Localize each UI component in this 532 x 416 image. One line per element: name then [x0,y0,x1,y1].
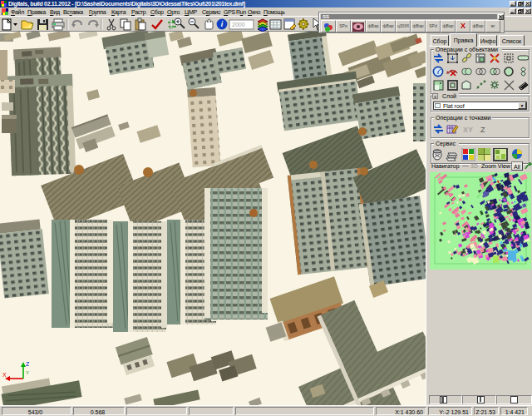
svg-text:Z: Z [26,361,30,367]
svg-text:X: X [2,372,7,378]
svg-text:XY: XY [463,126,473,134]
svg-text:2000: 2000 [232,22,245,27]
svg-text:Y: Y [26,370,29,375]
svg-text:Z: Z [480,126,485,134]
